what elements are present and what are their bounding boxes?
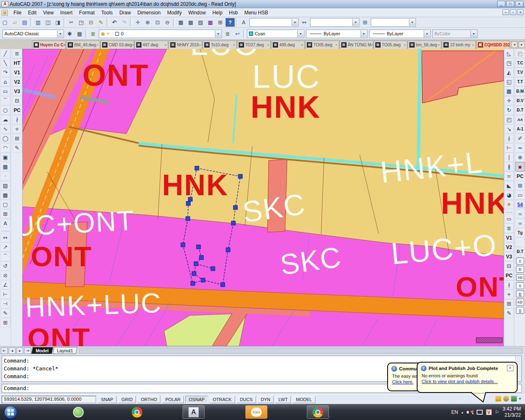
close-button[interactable]: × [515, 1, 523, 7]
dim-continue-icon[interactable]: ⊣ [0, 299, 10, 308]
doc-tab[interactable]: ▦BM_49.dwg× [66, 41, 100, 49]
tool-s2-button[interactable]: S [516, 307, 524, 314]
move-icon[interactable]: ✛ [504, 96, 514, 105]
point-icon[interactable]: · [0, 171, 10, 181]
tool-tc-button[interactable]: T.C [515, 58, 525, 68]
point-style-icon[interactable]: ▪ [515, 162, 525, 171]
tool-ht-button[interactable]: HT [12, 58, 22, 68]
tool-d2-button[interactable]: Đ [516, 290, 524, 297]
ruler2-icon[interactable]: ▭ [515, 190, 525, 200]
tool-dm-button[interactable]: Đ.M [515, 87, 525, 96]
dim-jogged-icon[interactable]: ↺ [0, 261, 10, 271]
layer-previous-icon[interactable]: ↩ [233, 30, 242, 38]
menu-view[interactable]: View [40, 9, 57, 17]
taskbar-chrome-icon[interactable] [130, 406, 144, 419]
trim-icon[interactable]: ∤ [504, 134, 514, 143]
clock[interactable]: 3:42 PM 21/3/22 [502, 406, 521, 418]
paste-icon[interactable]: ⊟ [87, 18, 96, 27]
new-icon[interactable]: ▢ [0, 18, 9, 27]
link-circles2-icon[interactable]: ∞ [515, 219, 525, 228]
window-tool-icon[interactable]: ⊟ [504, 261, 514, 271]
taskbar-autocad-icon[interactable]: A [187, 406, 200, 419]
hatch-icon[interactable]: ▨ [0, 181, 10, 190]
plus-tool-icon[interactable]: + [12, 124, 22, 134]
region-icon[interactable]: ▢ [0, 200, 10, 209]
ellipse-arc-icon[interactable]: ◠ [0, 143, 10, 153]
tab-scroll-right-icon[interactable]: ▸ [518, 41, 525, 48]
spline-icon[interactable]: ∿ [0, 124, 10, 134]
chevron-down-icon[interactable]: ▾ [292, 19, 298, 26]
zoom-previous-icon[interactable]: ⊖ [163, 18, 172, 27]
dim-angular-icon[interactable]: ∠ [0, 280, 10, 290]
join-icon[interactable]: ≍ [504, 171, 514, 181]
layer-states-icon[interactable]: ≣ [223, 30, 232, 38]
tool-v3-button[interactable]: V3 [504, 252, 514, 261]
close-icon[interactable]: × [267, 43, 269, 47]
cut-icon[interactable]: ✂ [67, 18, 76, 27]
menu-edit[interactable]: Edit [25, 9, 40, 17]
status-tray-arrow-icon[interactable]: ▾ [519, 397, 521, 401]
last-tab-icon[interactable]: ⇥ [24, 347, 31, 354]
toggle-lwt[interactable]: LWT [275, 396, 291, 403]
doc-tab[interactable]: ▦Huyen Cu C× [32, 41, 66, 49]
sketch-tool-icon[interactable]: ✎ [12, 143, 22, 153]
comm-center-icon[interactable] [511, 396, 517, 402]
properties-icon[interactable]: ▦ [176, 18, 185, 27]
horizontal-scrollbar[interactable] [79, 348, 523, 354]
close-icon[interactable]: × [472, 43, 474, 47]
tray-expand-icon[interactable]: ▴ [461, 410, 463, 414]
circle-icon[interactable]: ○ [0, 105, 10, 115]
close-icon[interactable]: × [301, 43, 304, 47]
close-icon[interactable]: × [96, 43, 98, 47]
erase-icon[interactable]: ◺ [504, 49, 514, 58]
volume-muted-icon[interactable] [467, 410, 473, 415]
plus-tool-icon[interactable]: + [504, 290, 514, 299]
offset-icon[interactable]: ◱ [504, 77, 514, 87]
markup-icon[interactable]: ▩ [206, 18, 215, 27]
close-icon[interactable]: × [404, 43, 406, 47]
minimize-button[interactable]: _ [497, 1, 505, 7]
close-icon[interactable]: × [336, 43, 338, 47]
copy-object-icon[interactable]: ◳ [504, 58, 514, 68]
rotate-icon[interactable]: ↻ [504, 105, 514, 115]
menu-tools[interactable]: Tools [98, 9, 116, 17]
break-tool-icon[interactable]: ∤ [12, 115, 22, 124]
next-tab-icon[interactable]: ▸ [16, 347, 23, 354]
layers-icon[interactable]: ≣ [504, 224, 514, 233]
extend-icon[interactable]: ⊢ [504, 143, 514, 153]
menu-draw[interactable]: Draw [116, 9, 134, 17]
menu-window[interactable]: Window [185, 9, 209, 17]
tool-tg-button[interactable]: Tg [515, 228, 525, 237]
fillet-icon[interactable]: ◕ [504, 190, 514, 200]
doc-tab[interactable]: ▦ẤN TỪNG M× [340, 41, 373, 49]
menu-menu-hsb[interactable]: Menu HSB [241, 9, 272, 17]
doc-minimize-button[interactable]: – [502, 9, 509, 15]
close-icon[interactable]: × [64, 43, 66, 47]
drawing-canvas[interactable]: LUC ONT LUC HNK HNK SKC HNK+L HNK LUC+ON… [23, 49, 504, 346]
grid-tool-icon[interactable]: ⊞ [515, 181, 525, 190]
doc-tab[interactable]: ▦TO27.dwg× [237, 41, 271, 49]
sketch-tool-icon[interactable]: ✎ [504, 308, 514, 318]
text-style-icon[interactable]: A [239, 18, 248, 27]
menu-insert[interactable]: Insert [57, 9, 76, 17]
arc-icon[interactable]: ⌒ [0, 96, 10, 105]
doc-tab-active[interactable]: ▦CQHSDD 202 [476, 41, 510, 49]
tool-s-button[interactable]: S [516, 282, 524, 289]
wave-tool-icon[interactable]: ≈ [515, 143, 525, 153]
plot-preview-icon[interactable]: ◫ [43, 18, 52, 27]
open-icon[interactable]: ▱ [10, 18, 19, 27]
tool-tt-button[interactable]: T.T [515, 77, 525, 87]
open-folder-icon[interactable]: ◰ [515, 49, 525, 58]
doc-tab[interactable]: ▦497.dwg× [135, 41, 168, 49]
undo-icon[interactable]: ↶ [110, 18, 119, 27]
tool-pc2-button[interactable]: PC [515, 171, 525, 181]
mtext-icon[interactable]: A [0, 219, 10, 228]
polyline-icon[interactable]: ↷ [0, 68, 10, 77]
match-properties-icon[interactable]: ✎ [96, 18, 105, 27]
maximize-button[interactable]: □ [506, 1, 514, 7]
array-icon[interactable]: ▦ [504, 87, 514, 96]
stretch-icon[interactable]: ↘ [504, 124, 514, 134]
explode-icon[interactable]: ✳ [504, 200, 514, 209]
table-tool-icon[interactable]: ⊞ [12, 134, 22, 143]
gradient-icon[interactable]: ▩ [0, 190, 10, 200]
